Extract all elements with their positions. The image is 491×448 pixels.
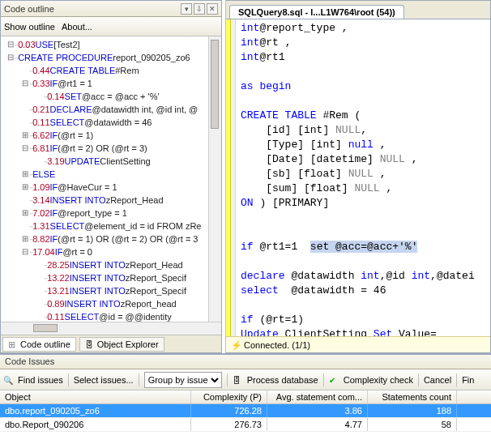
- tree-row[interactable]: ·· 0.44 CREATE TABLE #Rem: [2, 64, 221, 77]
- table-row[interactable]: dbo.report_090205_zo6726.283.86188: [0, 404, 491, 418]
- process-database-button[interactable]: Process database: [247, 375, 318, 385]
- code-text[interactable]: int@report_type ,int@rt ,int@rt1 as begi…: [236, 19, 490, 336]
- expand-icon[interactable]: ⊟: [20, 77, 29, 90]
- tree-row[interactable]: ·· 1.31 SELECT @element_id = id FROM zRe: [2, 220, 221, 233]
- tree-row[interactable]: ·· 3.14 INSERT INTO zReport_Head: [2, 194, 221, 207]
- find-issues-button[interactable]: Find issues: [18, 375, 63, 385]
- check-icon: [329, 375, 339, 385]
- horizontal-scrollbar[interactable]: [1, 322, 221, 335]
- col-object[interactable]: Object: [0, 390, 191, 403]
- tree-row[interactable]: ⊞·· ELSE: [2, 168, 221, 181]
- complexity-check-button[interactable]: Complexity check: [344, 375, 413, 385]
- issues-title: Code Issues: [0, 355, 491, 369]
- tab-label: Object Explorer: [97, 339, 159, 349]
- status-text: Connected. (1/1): [244, 340, 310, 350]
- table-row[interactable]: dbo.Report_090206276.734.7758: [0, 418, 491, 432]
- expand-icon[interactable]: ⊟: [20, 142, 29, 155]
- editor-tabstrip: SQLQuery8.sql - l...L1W764\root (54)): [226, 1, 490, 19]
- tab-object-explorer[interactable]: Object Explorer: [79, 337, 164, 352]
- tree-row[interactable]: ⊟·· 0.33 IF @rt1 = 1: [2, 77, 221, 90]
- expand-icon[interactable]: ⊞: [20, 129, 29, 142]
- tree-row[interactable]: ·· 0.21 DECLARE @datawidth int, @id int,…: [2, 103, 221, 116]
- tree-row[interactable]: ·· 3.19 UPDATE ClientSetting: [2, 155, 221, 168]
- editor-tab-label: SQLQuery8.sql - l...L1W764\root (54)): [238, 7, 395, 17]
- tree-row[interactable]: ⊞·· 7.02 IF @report_type = 1: [2, 207, 221, 220]
- expand-icon[interactable]: ⊟: [20, 245, 29, 258]
- close-icon[interactable]: ✕: [207, 3, 218, 15]
- code-issues-panel: Code Issues Find issues Select issues...…: [0, 353, 491, 448]
- dropdown-icon[interactable]: ▾: [181, 3, 192, 15]
- tree-row[interactable]: ⊞·· 6.62 IF (@rt = 1): [2, 129, 221, 142]
- group-by-select[interactable]: Group by issue: [144, 372, 222, 388]
- find-icon: [3, 375, 13, 385]
- code-editor[interactable]: int@report_type ,int@rt ,int@rt1 as begi…: [226, 19, 490, 336]
- tree-row[interactable]: ⊞·· 8.82 IF (@rt = 1) OR (@rt = 2) OR (@…: [2, 233, 221, 245]
- issues-toolbar: Find issues Select issues... Group by is…: [0, 369, 491, 390]
- vertical-scrollbar[interactable]: [208, 36, 221, 322]
- panel-tabs: Code outline Object Explorer: [1, 335, 221, 352]
- expand-icon[interactable]: ⊟: [6, 38, 15, 51]
- tree-row[interactable]: ⊟·· CREATE PROCEDURE report_090205_zo6: [2, 51, 221, 64]
- show-outline-button[interactable]: Show outline: [4, 22, 55, 32]
- outline-title: Code outline: [4, 4, 179, 14]
- col-count[interactable]: Statements count: [368, 390, 457, 403]
- expand-icon[interactable]: ⊞: [20, 233, 29, 245]
- editor-tab[interactable]: SQLQuery8.sql - l...L1W764\root (54)): [229, 5, 404, 19]
- tree-row[interactable]: ·· 0.11 SELECT @id = @@identity: [2, 310, 221, 322]
- database-icon: [233, 375, 242, 385]
- outline-titlebar: Code outline ▾ ⇩ ✕: [1, 1, 221, 17]
- tree-row[interactable]: ·· 13.22 INSERT INTO zReport_Specif: [2, 271, 221, 284]
- editor-statusbar: Connected. (1/1): [226, 336, 490, 352]
- tree-row[interactable]: ⊟·· 17.04 IF @rt = 0: [2, 245, 221, 258]
- tree-row[interactable]: ⊞·· 1.09 IF @HaveCur = 1: [2, 181, 221, 194]
- grid-header[interactable]: Object Complexity (P) Avg. statement com…: [0, 390, 491, 404]
- expand-icon[interactable]: ⊞: [20, 181, 29, 194]
- select-issues-button[interactable]: Select issues...: [74, 375, 134, 385]
- tree-row[interactable]: ·· 28.25 INSERT INTO zReport_Head: [2, 258, 221, 271]
- col-complexity[interactable]: Complexity (P): [191, 390, 267, 403]
- tree-row[interactable]: ⊟·· 6.81 IF (@rt = 2) OR (@rt = 3): [2, 142, 221, 155]
- expand-icon[interactable]: ⊟: [6, 51, 15, 64]
- outline-toolbar: Show outline About...: [1, 17, 221, 36]
- col-avg[interactable]: Avg. statement com...: [267, 390, 368, 403]
- cancel-button[interactable]: Cancel: [424, 375, 451, 385]
- about-button[interactable]: About...: [62, 22, 92, 32]
- tab-code-outline[interactable]: Code outline: [2, 337, 76, 352]
- code-outline-panel: Code outline ▾ ⇩ ✕ Show outline About...…: [0, 0, 222, 353]
- expand-icon[interactable]: ⊞: [20, 207, 29, 220]
- outline-tree[interactable]: ⊟·· 0.03 USE [Test2]⊟·· CREATE PROCEDURE…: [1, 36, 221, 322]
- outline-icon: [8, 339, 18, 349]
- issues-grid[interactable]: Object Complexity (P) Avg. statement com…: [0, 390, 491, 448]
- expand-icon[interactable]: ⊞: [20, 168, 29, 181]
- tree-row[interactable]: ·· 0.11 SELECT @datawidth = 46: [2, 116, 221, 129]
- tree-row[interactable]: ⊟·· 0.03 USE [Test2]: [2, 38, 221, 51]
- object-explorer-icon: [85, 339, 95, 349]
- fin-button[interactable]: Fin: [462, 375, 474, 385]
- tree-row[interactable]: ·· 0.89 INSERT INTO zReport_head: [2, 297, 221, 310]
- pin-icon[interactable]: ⇩: [194, 3, 205, 15]
- sql-editor-panel: SQLQuery8.sql - l...L1W764\root (54)) in…: [225, 0, 491, 353]
- tab-label: Code outline: [20, 339, 70, 349]
- tree-row[interactable]: ·· 13.21 INSERT INTO zReport_Specif: [2, 284, 221, 297]
- connected-icon: [231, 340, 241, 350]
- tree-row[interactable]: ·· 0.14 SET @acc = @acc + '%': [2, 90, 221, 103]
